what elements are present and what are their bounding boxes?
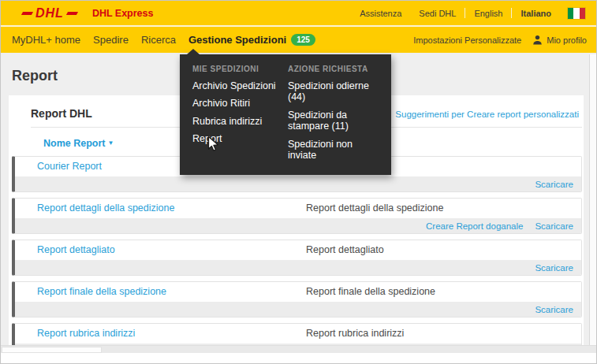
report-row: Report dettagliato Report dettagliato Sc… <box>12 240 582 276</box>
report-name-link[interactable]: Report finale della spedizione <box>37 286 166 297</box>
menu-column: AZIONE RICHIESTA Spedizioni odierne (44)… <box>288 65 383 167</box>
nav-item-ricerca[interactable]: Ricerca <box>135 34 182 46</box>
menu-item[interactable]: Archivio Spedizioni <box>192 80 282 91</box>
browser-viewport: DHL DHL Express Assistenza Sedi DHL Engl… <box>0 0 597 364</box>
logo-dash-left-icon <box>21 12 33 15</box>
product-title: DHL Express <box>92 8 154 19</box>
menu-item[interactable]: Spedizioni odierne (44) <box>288 80 377 103</box>
nav-item-mydhl-home[interactable]: MyDHL+ home <box>6 34 87 46</box>
logo-text: DHL <box>35 6 64 20</box>
report-name-link[interactable]: Report dettagliato <box>37 244 115 255</box>
nav-item-spedire[interactable]: Spedire <box>87 34 135 46</box>
row-actions: Scaricare <box>15 260 581 275</box>
nav-right: Impostazioni Personalizzate Mio profilo <box>413 35 596 45</box>
menu-item[interactable]: Spedizioni non inviate <box>288 139 377 162</box>
card-title: Report DHL <box>31 107 92 120</box>
row-action-download[interactable]: Scaricare <box>535 305 573 314</box>
report-row: Report finale della spedizione Report fi… <box>12 281 582 318</box>
row-actions: Creare Report doganaleScaricare <box>15 218 581 233</box>
link-assistenza[interactable]: Assistenza <box>351 9 410 18</box>
italy-flag-icon[interactable] <box>568 8 585 19</box>
cursor-pointer-icon <box>207 136 219 152</box>
nav-item-label: Gestione Spedizioni <box>188 34 286 46</box>
report-description: Report finale della spedizione <box>306 286 435 297</box>
person-icon <box>532 35 543 45</box>
gestione-spedizioni-dropdown: MIE SPEDIZIONI Archivio SpedizioniArchiv… <box>180 54 391 175</box>
menu-column-header: AZIONE RICHIESTA <box>288 65 377 73</box>
suggestions-link[interactable]: Suggerimenti per Creare report personali… <box>395 110 579 119</box>
horizontal-scrollbar-thumb[interactable] <box>2 347 102 353</box>
menu-column-header: MIE SPEDIZIONI <box>192 65 282 73</box>
report-description: Report rubrica indirizzi <box>306 328 404 339</box>
link-italiano[interactable]: Italiano <box>512 9 560 18</box>
main-nav-bar: MyDHL+ home Spedire Ricerca Gestione Spe… <box>1 27 596 53</box>
sort-header-label: Nome Report <box>43 138 105 149</box>
link-english[interactable]: English <box>465 9 511 18</box>
row-actions: Scaricare <box>15 302 581 317</box>
footer-strip <box>1 353 596 363</box>
row-actions: Scaricare <box>15 176 581 191</box>
menu-item[interactable]: Archivio Ritiri <box>192 98 282 109</box>
nav-item-gestione-spedizioni[interactable]: Gestione Spedizioni 125 <box>182 34 322 46</box>
menu-item[interactable]: Spedizioni da stampare (11) <box>288 110 377 132</box>
row-action-download[interactable]: Scaricare <box>535 263 573 273</box>
horizontal-scrollbar[interactable] <box>1 345 596 353</box>
link-sedi-dhl[interactable]: Sedi DHL <box>410 9 465 18</box>
top-utility-bar: DHL DHL Express Assistenza Sedi DHL Engl… <box>1 1 596 27</box>
report-description: Report dettagli della spedizione <box>306 202 443 214</box>
row-action-download[interactable]: Scaricare <box>535 180 573 189</box>
my-profile-label: Mio profilo <box>547 35 587 45</box>
row-action-customs[interactable]: Creare Report doganale <box>426 221 523 231</box>
vertical-scrollbar[interactable] <box>589 54 596 346</box>
utility-links: Assistenza Sedi DHL English Italiano <box>351 8 596 19</box>
dhl-logo-icon[interactable]: DHL <box>22 6 77 20</box>
menu-item[interactable]: Rubrica indirizzi <box>192 116 282 127</box>
sort-desc-icon: ▼ <box>107 139 114 147</box>
report-name-link[interactable]: Report dettagli della spedizione <box>37 202 174 214</box>
nav-items: MyDHL+ home Spedire Ricerca Gestione Spe… <box>6 34 322 46</box>
shipment-count-badge: 125 <box>291 34 315 46</box>
logo-dash-right-icon <box>66 12 78 15</box>
menu-item[interactable]: Report <box>192 133 282 144</box>
my-profile-link[interactable]: Mio profilo <box>532 35 587 45</box>
report-name-link[interactable]: Courier Report <box>37 161 102 172</box>
row-action-download[interactable]: Scaricare <box>535 221 573 231</box>
report-row: Report dettagli della spedizione Report … <box>12 198 582 234</box>
report-description: Report dettagliato <box>306 244 384 255</box>
personal-settings-link[interactable]: Impostazioni Personalizzate <box>413 35 521 45</box>
report-rows: Courier Report Courier Report Scaricare … <box>12 156 582 359</box>
report-name-link[interactable]: Report rubrica indirizzi <box>37 328 135 339</box>
